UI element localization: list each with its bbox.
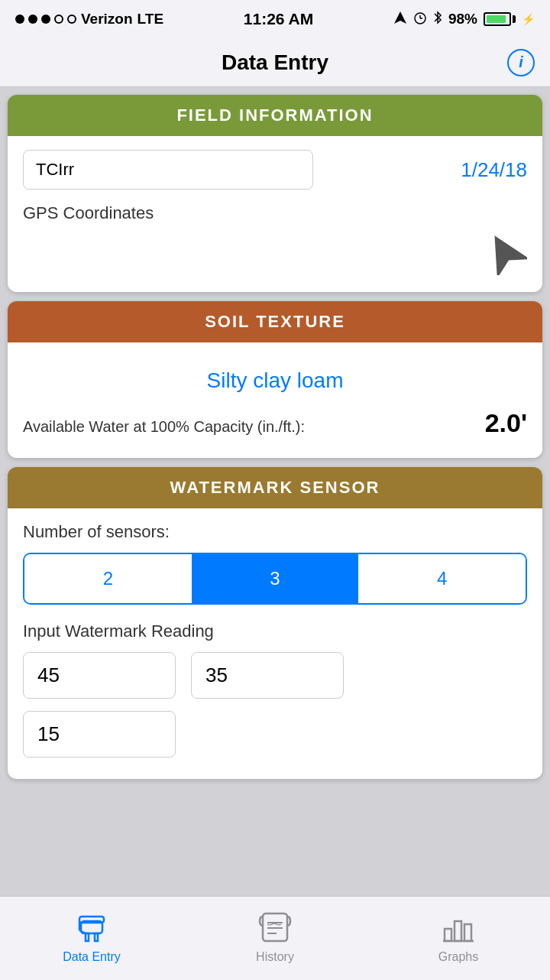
tab-bar: Data Entry History Graphs xyxy=(0,896,550,980)
field-name-input[interactable] xyxy=(23,150,313,190)
water-capacity-label: Available Water at 100% Capacity (in./ft… xyxy=(23,418,305,436)
page-title: Data Entry xyxy=(222,50,328,75)
svg-marker-0 xyxy=(394,11,406,24)
dot-5 xyxy=(67,15,76,24)
gps-label: GPS Coordinates xyxy=(23,203,527,223)
reading-input-1[interactable] xyxy=(23,652,176,699)
sensor-selector: 2 3 4 xyxy=(23,553,527,605)
soil-texture-title: Soil Texture xyxy=(205,312,345,331)
location-status-icon xyxy=(393,11,407,28)
field-info-title: Field Information xyxy=(176,105,373,125)
carrier-label: Verizon xyxy=(81,11,133,28)
field-info-body: 1/24/18 GPS Coordinates xyxy=(8,136,542,292)
alarm-icon xyxy=(413,11,427,28)
sensor-option-3[interactable]: 3 xyxy=(192,554,359,603)
status-right: 98% ⚡ xyxy=(393,11,535,28)
bluetooth-icon xyxy=(433,11,442,28)
reading-input-3[interactable] xyxy=(23,711,176,758)
field-information-card: Field Information 1/24/18 GPS Coordinate… xyxy=(8,95,542,292)
tab-graphs-label: Graphs xyxy=(438,950,478,964)
main-content: Field Information 1/24/18 GPS Coordinate… xyxy=(0,87,550,896)
battery-body xyxy=(484,12,511,26)
time-display: 11:26 AM xyxy=(244,10,313,28)
tab-data-entry[interactable]: Data Entry xyxy=(0,897,183,980)
tab-history-label: History xyxy=(256,950,294,964)
reading-label: Input Watermark Reading xyxy=(23,621,527,641)
battery-tip xyxy=(513,15,516,23)
sensor-option-4[interactable]: 4 xyxy=(358,554,526,603)
reading-inputs-row-2 xyxy=(23,711,527,765)
battery-percent: 98% xyxy=(448,11,477,28)
water-capacity-value: 2.0' xyxy=(485,408,527,438)
history-icon xyxy=(255,907,295,947)
battery-fill xyxy=(487,15,506,23)
gps-navigate-icon[interactable] xyxy=(481,229,527,278)
reading-inputs-row-1 xyxy=(23,652,527,699)
svg-marker-4 xyxy=(481,229,527,275)
watermark-sensor-title: Watermark Sensor xyxy=(170,478,380,497)
dot-2 xyxy=(28,15,37,24)
watermark-sensor-body: Number of sensors: 2 3 4 Input Watermark… xyxy=(8,508,542,779)
tab-graphs[interactable]: Graphs xyxy=(367,897,550,980)
gps-row xyxy=(23,229,527,278)
dot-4 xyxy=(54,15,63,24)
battery-icon xyxy=(484,12,516,26)
svg-rect-7 xyxy=(95,933,98,941)
info-button[interactable]: i xyxy=(507,49,535,76)
soil-texture-body: Silty clay loam Available Water at 100% … xyxy=(8,342,542,458)
nav-header: Data Entry i xyxy=(0,38,550,87)
field-info-header: Field Information xyxy=(8,95,542,136)
charging-icon: ⚡ xyxy=(522,13,535,25)
svg-rect-6 xyxy=(86,933,89,941)
field-date: 1/24/18 xyxy=(461,158,527,182)
svg-rect-16 xyxy=(455,921,461,941)
data-entry-icon xyxy=(72,907,112,947)
soil-texture-header: Soil Texture xyxy=(8,301,542,342)
tab-history[interactable]: History xyxy=(183,897,367,980)
dot-3 xyxy=(41,15,50,24)
soil-texture-card: Soil Texture Silty clay loam Available W… xyxy=(8,301,542,458)
watermark-sensor-header: Watermark Sensor xyxy=(8,467,542,508)
network-label: LTE xyxy=(138,11,163,28)
reading-input-2[interactable] xyxy=(191,652,344,699)
sensor-option-2[interactable]: 2 xyxy=(24,554,192,603)
dot-1 xyxy=(15,15,24,24)
field-info-row: 1/24/18 xyxy=(23,150,527,190)
status-left: Verizon LTE xyxy=(15,11,163,28)
watermark-sensor-card: Watermark Sensor Number of sensors: 2 3 … xyxy=(8,467,542,779)
tab-data-entry-label: Data Entry xyxy=(63,950,121,964)
svg-rect-8 xyxy=(79,917,104,923)
sensor-count-label: Number of sensors: xyxy=(23,522,527,542)
svg-rect-17 xyxy=(464,924,471,941)
graphs-icon xyxy=(438,907,478,947)
signal-dots xyxy=(15,15,76,24)
water-capacity-row: Available Water at 100% Capacity (in./ft… xyxy=(23,408,527,444)
svg-rect-15 xyxy=(445,929,451,941)
soil-texture-value[interactable]: Silty clay loam xyxy=(23,356,527,408)
status-bar: Verizon LTE 11:26 AM 98% xyxy=(0,0,550,38)
